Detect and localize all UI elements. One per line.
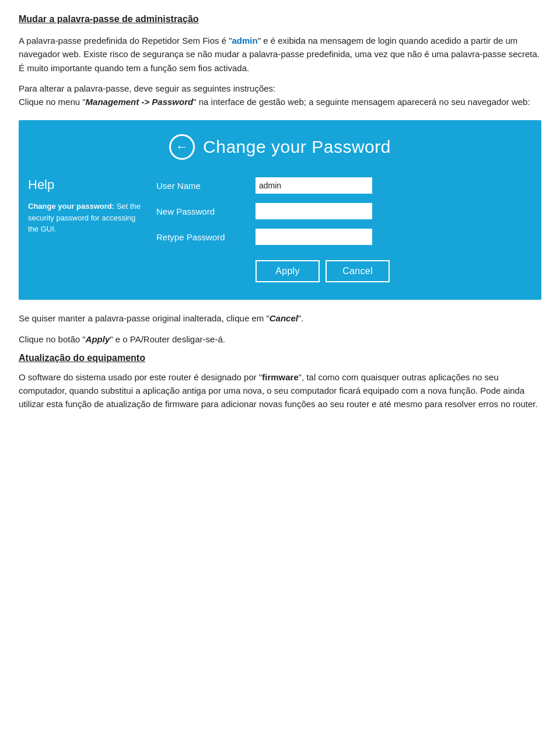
new-password-label: New Password [156,206,250,216]
menu-path: Management -> Password [86,97,194,107]
cancel-button[interactable]: Cancel [326,260,390,282]
help-text: Change your password: Set the security p… [28,201,145,235]
new-password-input[interactable] [256,203,372,219]
retype-password-input[interactable] [256,229,372,245]
panel-title: Change your Password [203,137,391,157]
form-buttons: Apply Cancel [256,260,532,282]
paragraph-5: O software do sistema usado por este rou… [19,370,541,411]
username-input[interactable] [256,177,372,194]
paragraph-4: Clique no botão "Apply" e o PA/Router de… [19,332,541,346]
change-password-panel: ← Change your Password Help Change your … [19,120,541,300]
help-section: Help Change your password: Set the secur… [28,177,145,282]
cancel-ref: Cancel [270,313,298,323]
form-section: User Name New Password Retype Password A… [156,177,532,282]
firmware-bold: firmware [262,372,299,382]
apply-ref: Apply [86,334,110,344]
page-heading: Mudar a palavra-passe de administração [19,14,541,24]
back-icon[interactable]: ← [169,134,195,160]
heading-2: Atualização do equipamento [19,353,541,363]
retype-password-row: Retype Password [156,229,532,245]
help-title: Help [28,177,145,192]
username-label: User Name [156,181,250,191]
paragraph-3: Se quiser manter a palavra-passe origina… [19,311,541,325]
help-text-bold: Change your password: [28,202,114,211]
panel-header: ← Change your Password [19,120,541,171]
paragraph-2: Para alterar a palavra-passe, deve segui… [19,82,541,109]
retype-password-label: Retype Password [156,232,250,242]
paragraph-1: A palavra-passe predefinida do Repetidor… [19,34,541,75]
apply-button[interactable]: Apply [256,260,320,282]
highlight-admin: admin [232,36,258,45]
new-password-row: New Password [156,203,532,219]
username-row: User Name [156,177,532,194]
panel-body: Help Change your password: Set the secur… [19,171,541,300]
